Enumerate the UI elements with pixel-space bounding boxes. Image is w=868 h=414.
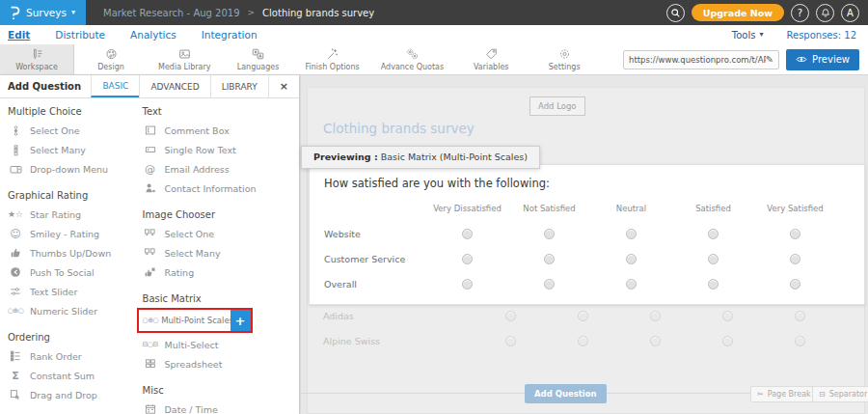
question-type-smiley-rating[interactable]: ☺ Smiley - Rating [8,224,135,243]
radio-button[interactable] [626,229,637,239]
question-type-image-select-many[interactable]: Select Many [143,243,299,262]
tab-basic[interactable]: BASIC [91,75,139,97]
question-type-rank-order[interactable]: Rank Order [8,346,135,366]
avatar[interactable]: A [841,4,859,22]
radio-button[interactable] [505,311,516,321]
image-select-icon [143,228,158,239]
item-label: Single Row Text [165,145,236,155]
tab-library[interactable]: LIBRARY [210,75,268,97]
question-type-image-select-one[interactable]: Select One [143,224,299,243]
menu-analytics[interactable]: Analytics [118,29,189,41]
section-image-chooser: Image Chooser Select One Select Many Rat… [143,209,299,282]
menu-integration[interactable]: Integration [189,29,270,41]
notifications-button[interactable] [816,4,834,22]
radio-button[interactable] [708,254,719,264]
item-label: Select One [30,125,80,136]
help-button[interactable]: ? [791,4,809,22]
question-type-select-one[interactable]: Select One [8,121,135,140]
sigma-icon: Σ [8,371,23,381]
radio-button[interactable] [650,311,661,321]
question-type-single-row-text[interactable]: Single Row Text [143,140,299,159]
tools-dropdown[interactable]: Tools ▾ [732,30,764,41]
toolbar-finish-options[interactable]: Finish Options [295,44,370,74]
radio-button[interactable] [462,279,473,290]
question-type-dropdown-menu[interactable]: Drop-down Menu [8,159,135,179]
background-row: Adidas [309,303,865,328]
radio-button[interactable] [708,279,719,290]
toolbar-design[interactable]: Design [74,44,148,74]
question-type-multi-select[interactable]: ⊟○⊟ Multi-Select [143,335,299,354]
question-type-spreadsheet[interactable]: Spreadsheet [143,354,299,373]
add-question-button[interactable]: Add Question [525,384,607,403]
toolbar-media-library[interactable]: Media Library [148,44,222,74]
radio-button[interactable] [462,254,473,264]
question-type-thumbs-up-down[interactable]: Thumbs Up/Down [8,243,135,262]
radio-button[interactable] [626,279,637,290]
radio-button[interactable] [544,279,555,290]
toolbar-settings[interactable]: Settings [528,44,601,74]
question-type-push-to-social[interactable]: Push To Social [8,262,135,282]
edit-url-icon[interactable]: ✎ [766,54,773,65]
question-type-contact-information[interactable]: Contact Information [143,179,299,198]
preview-button[interactable]: Preview [786,49,859,70]
tools-label: Tools [732,30,756,41]
question-type-multi-point-scales[interactable]: ○⊕○ Multi-Point Scales + [137,308,253,333]
radio-button[interactable] [722,336,733,346]
question-type-date-time[interactable]: Date / Time [143,400,299,414]
question-type-select-many[interactable]: Select Many [8,140,135,159]
radio-button[interactable] [505,336,516,346]
add-logo-button[interactable]: Add Logo [529,97,585,116]
radio-button[interactable] [544,229,555,239]
caret-down-icon: ▾ [759,31,763,39]
section-basic-matrix: Basic Matrix ○⊕○ Multi-Point Scales + ⊟○… [143,293,299,373]
breadcrumb-survey: Clothing brands survey [262,8,374,18]
responses-link[interactable]: Responses: 12 [786,30,856,41]
radio-button[interactable] [578,336,588,346]
survey-url-field[interactable]: https://www.questionpro.com/t/APNrFZ ✎ [623,50,779,69]
radio-button[interactable] [790,254,800,264]
question-type-comment-box[interactable]: Comment Box [143,121,299,140]
separator-button[interactable]: ⊟ Separator [812,386,868,402]
question-type-drag-and-drop[interactable]: Drag and Drop [8,385,135,404]
menu-edit[interactable]: Edit [0,29,42,41]
upgrade-now-button[interactable]: Upgrade Now [692,4,784,21]
question-type-text-slider[interactable]: Text Slider [8,282,135,301]
tab-advanced[interactable]: ADVANCED [139,75,209,97]
close-icon[interactable]: × [268,75,299,97]
toolbar-languages[interactable]: Languages [222,44,295,74]
survey-title[interactable]: Clothing brands survey [323,121,475,136]
radio-button[interactable] [722,311,733,321]
radio-button[interactable] [795,336,805,346]
radio-button[interactable] [790,279,800,290]
add-question-type-button[interactable]: + [231,310,251,331]
toolbar-variables[interactable]: Variables [454,44,528,74]
toolbar-advance-quotas[interactable]: Advance Quotas [370,44,454,74]
radio-button[interactable] [650,336,661,346]
date-time-icon [143,403,158,414]
radio-button[interactable] [626,254,637,264]
drag-drop-icon [8,389,23,400]
question-type-email-address[interactable]: @ Email Address [143,159,299,179]
single-row-icon [143,144,158,155]
radio-button[interactable] [790,229,800,239]
radio-button[interactable] [544,254,555,264]
surveys-product-menu[interactable]: Surveys ▾ [0,0,86,25]
product-label: Surveys [26,7,67,18]
search-button[interactable] [666,4,685,22]
question-type-constant-sum[interactable]: Σ Constant Sum [8,366,135,385]
question-type-numeric-slider[interactable]: ○⊕○ Numeric Slider [8,301,135,320]
menu-distribute[interactable]: Distribute [42,29,118,41]
section-misc: Misc Date / Time [143,385,299,414]
question-type-star-rating[interactable]: ★☆ Star Rating [8,205,135,224]
radio-button[interactable] [578,311,588,321]
page-break-icon: ✂ [757,390,764,399]
item-label: Date / Time [165,404,218,414]
page-break-button[interactable]: ✂ Page Break [750,386,818,402]
breadcrumb-project[interactable]: Market Research - Aug 2019 [103,8,240,18]
radio-button[interactable] [708,229,719,239]
question-type-image-rating[interactable]: Rating [143,262,299,282]
search-icon [670,8,681,18]
radio-button[interactable] [795,311,805,321]
toolbar-workspace[interactable]: Workspace [0,44,74,74]
radio-button[interactable] [462,229,473,239]
